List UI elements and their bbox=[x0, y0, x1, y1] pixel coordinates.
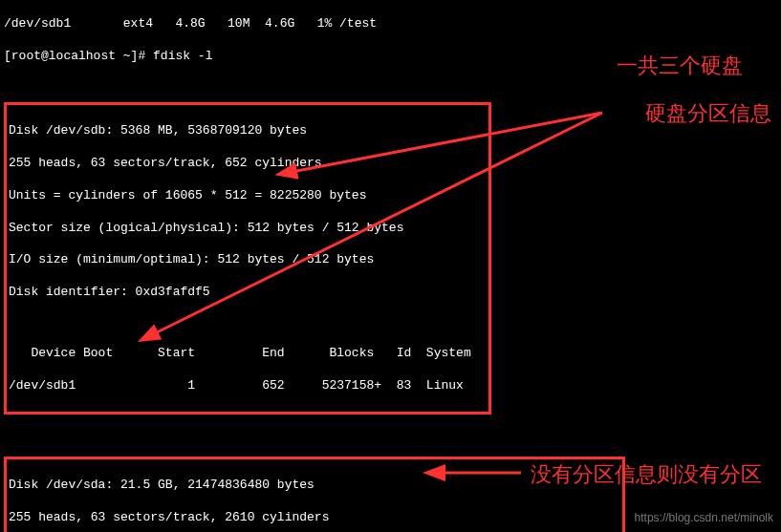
sdb-io: I/O size (minimum/optimal): 512 bytes / … bbox=[9, 252, 487, 268]
sdb-geom: 255 heads, 63 sectors/track, 652 cylinde… bbox=[9, 156, 487, 172]
sdb-cols: Device Boot Start End Blocks Id System bbox=[9, 346, 487, 362]
sda-header: Disk /dev/sda: 21.5 GB, 21474836480 byte… bbox=[9, 478, 620, 494]
disk-sdb-block: Disk /dev/sdb: 5368 MB, 5368709120 bytes… bbox=[4, 102, 491, 415]
sda-geom: 255 heads, 63 sectors/track, 2610 cylind… bbox=[9, 510, 620, 526]
annotation-no-partition: 没有分区信息则没有分区 bbox=[531, 461, 762, 489]
sdb-sector: Sector size (logical/physical): 512 byte… bbox=[9, 221, 487, 237]
sdb-row1: /dev/sdb1 1 652 5237158+ 83 Linux bbox=[9, 378, 487, 394]
watermark: https://blog.csdn.net/minolk bbox=[635, 511, 773, 526]
annotation-three-disks: 一共三个硬盘 bbox=[617, 53, 743, 80]
mount-line: /dev/sdb1 ext4 4.8G 10M 4.6G 1% /test bbox=[4, 16, 777, 32]
annotation-partition-info: 硬盘分区信息 bbox=[645, 100, 771, 128]
sdb-header: Disk /dev/sdb: 5368 MB, 5368709120 bytes bbox=[9, 123, 487, 139]
sdb-units: Units = cylinders of 16065 * 512 = 82252… bbox=[9, 188, 487, 204]
sdb-ident: Disk identifier: 0xd3fafdf5 bbox=[9, 285, 487, 301]
